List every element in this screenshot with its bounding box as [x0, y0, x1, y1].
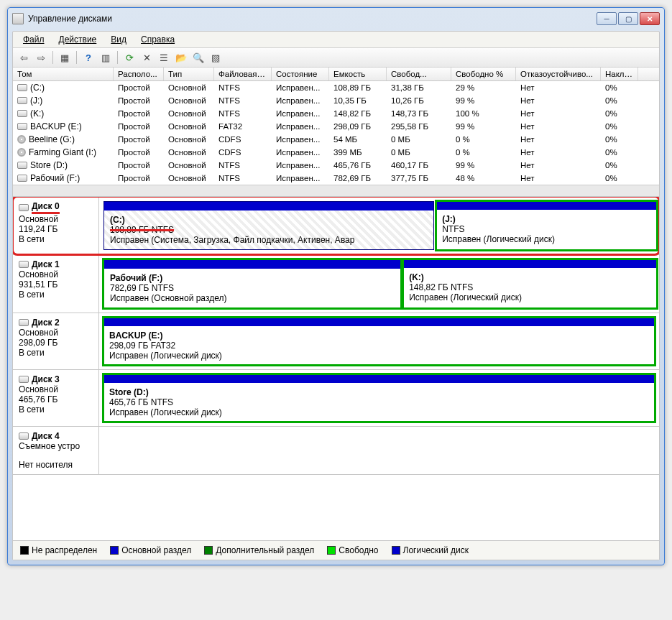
- partition-header: [103, 318, 655, 326]
- refresh-icon[interactable]: ⟳: [121, 50, 137, 65]
- cell-capacity: 782,69 ГБ: [329, 172, 387, 184]
- partition-size: 298,09 ГБ FAT32: [109, 341, 649, 351]
- volume-name: (C:): [30, 83, 45, 93]
- close-button[interactable]: ✕: [640, 12, 660, 25]
- col-overhead[interactable]: Наклад...: [601, 68, 638, 80]
- partition-size: NTFS: [442, 224, 651, 234]
- disk-meta[interactable]: Диск 0Основной119,24 ГБВ сети: [13, 197, 99, 254]
- col-freepct[interactable]: Свободно %: [451, 68, 516, 80]
- col-fs[interactable]: Файловая с...: [214, 68, 272, 80]
- search-icon[interactable]: 🔍: [190, 50, 206, 65]
- table-row[interactable]: (K:)ПростойОсновнойNTFSИсправен...148,82…: [13, 107, 659, 120]
- cell-fault: Нет: [516, 121, 601, 132]
- cell-capacity: 108,89 ГБ: [329, 82, 387, 93]
- partition-header: [436, 201, 657, 210]
- partition-size: 108,89 ГБ NTFS: [110, 225, 428, 235]
- cell-state: Исправен...: [272, 172, 329, 184]
- cell-layout: Простой: [114, 108, 164, 119]
- disk-partitions: [99, 427, 659, 474]
- disk-meta[interactable]: Диск 3Основной465,76 ГБВ сети: [13, 370, 99, 426]
- disk-name: Диск 2: [32, 318, 60, 328]
- partition-status: Исправен (Основной раздел): [110, 293, 395, 303]
- cell-freepct: 100 %: [451, 108, 516, 119]
- menu-file[interactable]: Файл: [17, 33, 50, 46]
- cell-free: 0 МБ: [387, 147, 451, 158]
- cell-free: 10,26 ГБ: [387, 95, 451, 106]
- partition-status: Исправен (Система, Загрузка, Файл подкач…: [110, 235, 428, 245]
- drive-icon: [17, 148, 26, 157]
- cell-capacity: 54 МБ: [329, 134, 387, 145]
- cell-layout: Простой: [114, 147, 164, 158]
- disk-partitions: (C:)108,89 ГБ NTFSИсправен (Система, Заг…: [99, 197, 659, 254]
- col-type[interactable]: Тип: [164, 68, 214, 80]
- disk-status: Нет носителя: [19, 460, 93, 470]
- toggle-console-icon[interactable]: ▦: [57, 50, 73, 65]
- toolbar: ⇦ ⇨ ▦ ? ▥ ⟳ ✕ ☰ 📂 🔍 ▧: [13, 48, 659, 68]
- table-row[interactable]: Рабочий (F:)ПростойОсновнойNTFSИсправен.…: [13, 172, 659, 185]
- col-free[interactable]: Свобод...: [387, 68, 451, 80]
- drive-icon: [17, 110, 27, 117]
- properties-icon[interactable]: ▥: [98, 50, 114, 65]
- cell-state: Исправен...: [272, 108, 329, 119]
- cell-free: 0 МБ: [387, 134, 451, 145]
- help-icon[interactable]: ?: [80, 50, 96, 65]
- cell-freepct: 99 %: [451, 95, 516, 106]
- partition[interactable]: (C:)108,89 ГБ NTFSИсправен (Система, Заг…: [103, 201, 434, 250]
- disk-row: Диск 1Основной931,51 ГБВ сетиРабочий (F:…: [13, 255, 659, 313]
- titlebar[interactable]: Управление дисками ─ ▢ ✕: [8, 8, 664, 29]
- col-volume[interactable]: Том: [13, 68, 114, 80]
- cell-fs: NTFS: [214, 82, 272, 93]
- disk-meta[interactable]: Диск 1Основной931,51 ГБВ сети: [13, 255, 99, 313]
- partition-body: Рабочий (F:)782,69 ГБ NTFSИсправен (Осно…: [104, 269, 400, 307]
- col-fault[interactable]: Отказоустойчиво...: [516, 68, 601, 80]
- menu-view[interactable]: Вид: [105, 33, 132, 46]
- partition[interactable]: Store (D:)465,76 ГБ NTFSИсправен (Логиче…: [103, 374, 655, 422]
- forward-icon[interactable]: ⇨: [33, 50, 49, 65]
- drive-icon: [17, 162, 27, 169]
- disk-row: Диск 2Основной298,09 ГБВ сетиBACKUP (E:)…: [13, 313, 659, 370]
- table-row[interactable]: (J:)ПростойОсновнойNTFSИсправен...10,35 …: [13, 94, 659, 107]
- minimize-button[interactable]: ─: [597, 12, 617, 25]
- cell-fault: Нет: [516, 147, 601, 158]
- disk-kind: Основной: [19, 384, 93, 394]
- col-layout[interactable]: Располо...: [114, 68, 164, 80]
- table-row[interactable]: BACKUP (E:)ПростойОсновнойFAT32Исправен.…: [13, 120, 659, 133]
- table-row[interactable]: Store (D:)ПростойОсновнойNTFSИсправен...…: [13, 159, 659, 172]
- settings-icon[interactable]: ☰: [156, 50, 172, 65]
- maximize-button[interactable]: ▢: [618, 12, 638, 25]
- disk-kind: Основной: [19, 328, 93, 338]
- disk-partitions: Рабочий (F:)782,69 ГБ NTFSИсправен (Осно…: [99, 255, 659, 313]
- cell-layout: Простой: [114, 172, 164, 184]
- back-icon[interactable]: ⇦: [16, 50, 32, 65]
- partition-size: 782,69 ГБ NTFS: [110, 283, 395, 293]
- horizontal-scrollbar[interactable]: [13, 185, 659, 196]
- open-icon[interactable]: 📂: [173, 50, 189, 65]
- toolbar-divider: [76, 51, 77, 64]
- columns-header: Том Располо... Тип Файловая с... Состоян…: [13, 68, 659, 81]
- disk-meta[interactable]: Диск 2Основной298,09 ГБВ сети: [13, 313, 99, 369]
- disk-kind: Основной: [19, 269, 93, 279]
- cell-fault: Нет: [516, 108, 601, 119]
- col-capacity[interactable]: Емкость: [329, 68, 387, 80]
- table-row[interactable]: Farming Giant (I:)ПростойОсновнойCDFSИсп…: [13, 146, 659, 159]
- menu-help[interactable]: Справка: [135, 33, 180, 46]
- menu-action[interactable]: Действие: [53, 33, 103, 46]
- partition[interactable]: (K:)148,82 ГБ NTFSИсправен (Логический д…: [403, 259, 657, 308]
- delete-icon[interactable]: ✕: [139, 50, 155, 65]
- table-row[interactable]: Beeline (G:)ПростойОсновнойCDFSИсправен.…: [13, 133, 659, 146]
- disk-meta[interactable]: Диск 4Съемное устроНет носителя: [13, 427, 99, 474]
- partition[interactable]: (J:)NTFSИсправен (Логический диск): [436, 201, 657, 250]
- cell-capacity: 10,35 ГБ: [329, 95, 387, 106]
- partition-status: Исправен (Логический диск): [409, 292, 651, 302]
- table-row[interactable]: (C:)ПростойОсновнойNTFSИсправен...108,89…: [13, 81, 659, 94]
- partition-label: Рабочий (F:): [110, 273, 395, 283]
- disk-partitions: Store (D:)465,76 ГБ NTFSИсправен (Логиче…: [99, 370, 659, 426]
- cell-fs: FAT32: [214, 121, 272, 132]
- volume-name: Рабочий (F:): [30, 173, 80, 183]
- col-state[interactable]: Состояние: [272, 68, 329, 80]
- partition-label: Store (D:): [109, 387, 649, 397]
- partition-status: Исправен (Логический диск): [109, 351, 649, 361]
- partition[interactable]: BACKUP (E:)298,09 ГБ FAT32Исправен (Логи…: [103, 318, 655, 365]
- wizard-icon[interactable]: ▧: [208, 50, 224, 65]
- partition[interactable]: Рабочий (F:)782,69 ГБ NTFSИсправен (Осно…: [103, 259, 401, 308]
